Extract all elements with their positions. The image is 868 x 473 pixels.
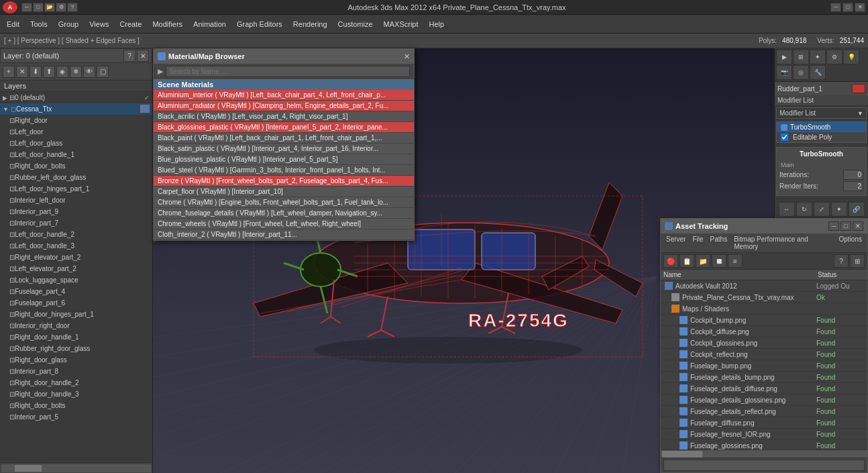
layer-new-btn[interactable]: + bbox=[3, 66, 15, 78]
rp-rotate-icon[interactable]: ↻ bbox=[796, 202, 812, 217]
mat-item[interactable]: Chrome_fuselage_details ( VRayMtl ) [Lef… bbox=[154, 208, 414, 219]
layer-item[interactable]: ⊡ Right_door_handle_2 bbox=[0, 377, 152, 388]
mat-item[interactable]: Blue_glossines_plastic ( VRayMtl ) [Inte… bbox=[154, 154, 414, 165]
mat-item[interactable]: Black_satin_plastic ( VRayMtl ) [Interio… bbox=[154, 144, 414, 154]
mat-item[interactable]: Chrome ( VRayMtl ) [Engine_bolts, Front_… bbox=[154, 197, 414, 208]
rp-icon-3[interactable]: ✦ bbox=[810, 50, 826, 64]
at-item[interactable]: Fuselage_details_glossines.png Found bbox=[661, 395, 867, 406]
layer-item[interactable]: ⊡ Rubber_right_door_glass bbox=[0, 343, 152, 354]
at-item[interactable]: Fuselage_diffuse.png Found bbox=[661, 417, 867, 429]
at-close-btn[interactable]: ✕ bbox=[853, 221, 863, 231]
menu-modifiers[interactable]: Modifiers bbox=[148, 19, 186, 30]
at-tool-1[interactable]: 🔴 bbox=[663, 254, 678, 268]
mat-search-input[interactable] bbox=[166, 66, 410, 77]
left-panel-scrollbar[interactable] bbox=[0, 462, 152, 473]
at-item[interactable]: Cockpit_diffuse.png Found bbox=[661, 326, 867, 337]
mat-item[interactable]: Aluminium_interior ( VRayMtl ) [Left_bac… bbox=[154, 90, 414, 101]
rp-icon-6[interactable]: 📷 bbox=[776, 65, 792, 80]
at-scroll-thumb[interactable] bbox=[662, 451, 702, 458]
menu-edit[interactable]: Edit bbox=[3, 19, 23, 30]
menu-group[interactable]: Group bbox=[54, 19, 83, 30]
at-help-btn[interactable]: ? bbox=[834, 254, 849, 268]
at-expand-btn[interactable]: ⊞ bbox=[850, 254, 865, 268]
layer-item[interactable]: ⊡ Interior_right_door bbox=[0, 320, 152, 331]
at-item[interactable]: Cockpit_reflect.png Found bbox=[661, 349, 867, 360]
at-item[interactable]: Cockpit_bump.png Found bbox=[661, 315, 867, 326]
rp-icon-8[interactable]: 🔧 bbox=[810, 65, 826, 80]
at-tool-2[interactable]: 📋 bbox=[680, 254, 694, 268]
at-menu-server[interactable]: Server bbox=[663, 235, 688, 251]
layer-item[interactable]: ⊡ Interior_part_8 bbox=[0, 366, 152, 377]
at-item[interactable]: Fuselage_fresnel_IOR.png Found bbox=[661, 429, 867, 440]
layer-item[interactable]: ⊡ Left_door bbox=[0, 126, 152, 138]
menu-graph-editors[interactable]: Graph Editors bbox=[233, 19, 286, 30]
layer-item[interactable]: ⊡ Left_door_handle_3 bbox=[0, 240, 152, 252]
at-item[interactable]: Fuselage_details_bump.png Found bbox=[661, 372, 867, 383]
at-minimize-btn[interactable]: ─ bbox=[828, 221, 839, 231]
menu-views[interactable]: Views bbox=[85, 19, 113, 30]
rp-icon-1[interactable]: ▶ bbox=[776, 50, 792, 64]
mat-item[interactable]: Black_paint ( VRayMtl ) [Left_back_chair… bbox=[154, 133, 414, 144]
layer-freeze-btn[interactable]: ❄ bbox=[70, 66, 82, 78]
layer-item[interactable]: ⊡ Interior_part_7 bbox=[0, 217, 152, 229]
at-item-vault[interactable]: Autodesk Vault 2012 Logged Ou bbox=[661, 280, 867, 292]
app-close-btn[interactable]: ✕ bbox=[855, 3, 865, 12]
at-menu-paths[interactable]: Paths bbox=[708, 235, 730, 251]
app-maximize-btn[interactable]: □ bbox=[843, 3, 853, 12]
layer-delete-btn[interactable]: ✕ bbox=[16, 66, 28, 78]
rp-icon-5[interactable]: 💡 bbox=[843, 50, 859, 64]
mat-browser-close-btn[interactable]: ✕ bbox=[404, 52, 410, 61]
layer-hide-btn[interactable]: 👁 bbox=[83, 66, 95, 78]
at-item[interactable]: Fuselage_glossines.png Found bbox=[661, 440, 867, 450]
layer-help-btn[interactable]: ? bbox=[123, 50, 135, 62]
folder-btn[interactable]: 📂 bbox=[44, 3, 55, 12]
layer-item-0-default[interactable]: ▶ ⊟ 0 (default) ✓ bbox=[0, 92, 152, 103]
help-btn[interactable]: ? bbox=[67, 3, 78, 12]
at-item-maps-group[interactable]: Maps / Shaders bbox=[661, 303, 867, 315]
layer-item[interactable]: ⊡ Fuselage_part_6 bbox=[0, 297, 152, 309]
mat-item[interactable]: Bronze ( VRayMtl ) [Front_wheel_bolts_pa… bbox=[154, 176, 414, 187]
menu-create[interactable]: Create bbox=[115, 19, 146, 30]
max-btn-app[interactable]: □ bbox=[33, 3, 44, 12]
layer-item[interactable]: ⊡ Rubber_left_door_glass bbox=[0, 172, 152, 183]
at-maximize-btn[interactable]: □ bbox=[840, 221, 851, 231]
layer-item[interactable]: ⊡ Right_door_handle_3 bbox=[0, 388, 152, 400]
layer-add-sel-btn[interactable]: ⬇ bbox=[30, 66, 42, 78]
layer-item[interactable]: ⊡ Right_door_bolts bbox=[0, 160, 152, 172]
mat-item[interactable]: Chrome_wheels ( VRayMtl ) [Front_wheel, … bbox=[154, 219, 414, 229]
rp-link-icon[interactable]: 🔗 bbox=[849, 202, 865, 217]
menu-animation[interactable]: Animation bbox=[189, 19, 230, 30]
layer-item-cessna[interactable]: ▼ ◻ Cessna_Ttx bbox=[0, 103, 152, 115]
at-item[interactable]: Fuselage_details_diffuse.png Found bbox=[661, 383, 867, 395]
rp-manip-icon[interactable]: ✦ bbox=[831, 202, 847, 217]
menu-help[interactable]: Help bbox=[425, 19, 449, 30]
settings-btn[interactable]: ⚙ bbox=[56, 3, 66, 12]
app-minimize-btn[interactable]: ─ bbox=[830, 3, 841, 12]
layer-close-btn[interactable]: ✕ bbox=[137, 50, 149, 62]
layer-item[interactable]: ⊡ Right_door bbox=[0, 115, 152, 126]
layer-render-btn[interactable]: ▢ bbox=[97, 66, 109, 78]
menu-maxscript[interactable]: MAXScript bbox=[380, 19, 423, 30]
mat-item[interactable]: Black_glossines_plastic ( VRayMtl ) [Int… bbox=[154, 122, 414, 133]
menu-tools[interactable]: Tools bbox=[26, 19, 52, 30]
at-item[interactable]: Fuselage_bump.png Found bbox=[661, 360, 867, 372]
mat-item[interactable]: Aluminium_radiator ( VRayMtl ) [Clamping… bbox=[154, 101, 414, 111]
edpoly-checkbox[interactable] bbox=[781, 134, 788, 141]
at-item[interactable]: Cockpit_glossines.png Found bbox=[661, 337, 867, 349]
mat-item[interactable]: Black_acrilic ( VRayMtl ) [Left_visor_pa… bbox=[154, 111, 414, 122]
layer-item[interactable]: ⊡ Interior_part_9 bbox=[0, 206, 152, 217]
ts-renderiter-input[interactable] bbox=[843, 181, 863, 191]
layer-sel-objects-btn[interactable]: ⬆ bbox=[43, 66, 55, 78]
layer-item[interactable]: ⊡ Right_door_hinges_part_1 bbox=[0, 309, 152, 320]
at-tool-3[interactable]: 📁 bbox=[696, 254, 710, 268]
modifier-dropdown[interactable]: Modifier List ▼ bbox=[776, 107, 867, 119]
layer-item[interactable]: ⊡ Left_door_glass bbox=[0, 138, 152, 149]
ts-iter-input[interactable] bbox=[843, 170, 863, 180]
rp-icon-4[interactable]: ⚙ bbox=[826, 50, 843, 64]
object-color-swatch[interactable] bbox=[852, 84, 865, 93]
rp-scale-icon[interactable]: ⤢ bbox=[814, 202, 830, 217]
mat-item[interactable]: Cloth_interior_2 ( VRayMtl ) [Interior_p… bbox=[154, 229, 414, 240]
at-horizontal-scrollbar[interactable] bbox=[661, 450, 867, 458]
menu-rendering[interactable]: Rendering bbox=[289, 19, 331, 30]
layer-item[interactable]: ⊡ Right_door_handle_1 bbox=[0, 331, 152, 343]
